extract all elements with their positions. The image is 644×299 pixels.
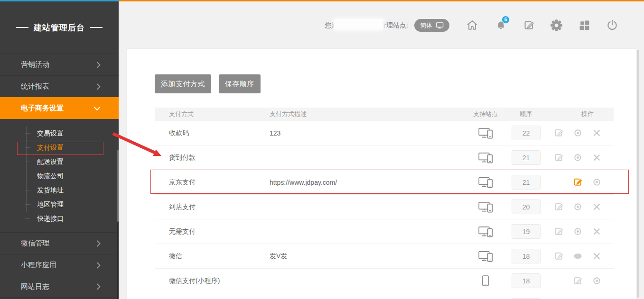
sidebar-scrollbar-thumb[interactable] — [117, 150, 119, 222]
sidebar: 建站管理后台 营销活动 统计报表 电子商务设置 交易设置 支付设置 配送设置 物… — [0, 1, 119, 299]
home-icon[interactable] — [466, 18, 479, 32]
view-icon[interactable] — [587, 276, 606, 286]
save-order-button[interactable]: 保存顺序 — [219, 74, 261, 93]
sidebar-item-marketing[interactable]: 营销活动 — [0, 54, 119, 75]
edit-icon[interactable] — [550, 227, 569, 236]
app-title: 建站管理后台 — [0, 1, 119, 54]
view-icon[interactable] — [569, 202, 588, 212]
payment-method-name: 京东支付 — [155, 178, 270, 187]
bell-icon[interactable]: 5 — [494, 18, 507, 32]
language-site-pill[interactable]: 简体 — [414, 19, 449, 32]
submenu-item-express-api[interactable]: 快递接口 — [0, 211, 119, 226]
edit-icon[interactable] — [550, 128, 569, 138]
language-pill-label: 简体 — [420, 21, 432, 30]
payment-method-name: 微信 — [155, 252, 270, 261]
payment-method-name: 无需支付 — [155, 227, 270, 236]
actions-cell — [550, 177, 614, 187]
header-description: 支付方式描述 — [270, 110, 459, 118]
order-input[interactable]: 18 — [512, 273, 541, 288]
table-row: 收款码123 22 — [155, 121, 614, 145]
sidebar-item-reports[interactable]: 统计报表 — [0, 75, 119, 97]
view-icon[interactable] — [569, 128, 588, 138]
order-input[interactable]: 20 — [512, 199, 541, 214]
sidebar-item-label: 小程序应用 — [21, 261, 56, 270]
edit-icon[interactable] — [550, 153, 569, 163]
desktop-mobile-icon — [478, 201, 493, 213]
supported-site-cell — [459, 250, 512, 263]
submenu-item-shipping-address[interactable]: 发货地址 — [0, 183, 119, 197]
chevron-right-icon — [96, 262, 101, 269]
order-input[interactable]: 18 — [512, 249, 541, 263]
manage-site-label: 管理站点: — [380, 21, 408, 30]
order-input[interactable]: 19 — [512, 224, 541, 239]
supported-site-cell — [459, 275, 512, 286]
delete-icon[interactable] — [587, 128, 606, 138]
apps-grid-icon[interactable] — [578, 18, 591, 32]
table-row: 微信发V发 18 — [155, 244, 614, 269]
delete-icon[interactable] — [587, 227, 606, 236]
title-dash-right — [90, 27, 103, 28]
view-off-icon[interactable] — [569, 251, 588, 261]
payment-method-desc: https://www.jdpay.com/ — [270, 179, 459, 186]
order-cell: 19 — [512, 224, 550, 239]
order-cell: 20 — [512, 199, 550, 214]
submenu-item-region-management[interactable]: 地区管理 — [0, 197, 119, 211]
desktop-mobile-icon — [478, 152, 493, 164]
order-cell: 21 — [512, 175, 550, 190]
gear-icon[interactable] — [550, 18, 563, 32]
add-payment-button[interactable]: 添加支付方式 — [155, 74, 211, 93]
supported-site-cell — [459, 127, 512, 139]
delete-icon[interactable] — [587, 202, 606, 212]
delete-icon[interactable] — [587, 251, 606, 261]
order-input[interactable]: 22 — [512, 126, 541, 140]
supported-site-cell — [459, 201, 512, 213]
power-icon[interactable] — [606, 18, 619, 32]
payment-method-desc: 发V发 — [270, 252, 459, 261]
submenu-item-payment-settings[interactable]: 支付设置 — [0, 140, 119, 154]
page-scrollbar-thumb[interactable] — [637, 50, 639, 298]
view-icon[interactable] — [569, 153, 588, 163]
payment-method-name: 微信支付(小程序) — [155, 277, 270, 285]
submenu-item-logistics-company[interactable]: 物流公司 — [0, 169, 119, 183]
view-icon[interactable] — [569, 227, 588, 236]
sidebar-item-miniprogram[interactable]: 小程序应用 — [0, 254, 119, 276]
sidebar-item-label: 电子商务设置 — [21, 104, 64, 113]
content-card: 添加支付方式 保存顺序 支付方式 支付方式描述 支持站点 顺序 操作 收款码12… — [127, 49, 636, 299]
monitor-icon — [436, 22, 444, 29]
sidebar-item-wechat[interactable]: 微信管理 — [0, 232, 119, 254]
sidebar-item-site-log[interactable]: 网站日志 — [0, 276, 119, 298]
order-input[interactable]: 21 — [512, 150, 541, 165]
sidebar-item-label: 营销活动 — [21, 60, 49, 69]
chevron-down-icon — [93, 106, 101, 110]
payment-method-name: 到店支付 — [155, 203, 270, 211]
table-row: 到店支付 20 — [155, 195, 614, 219]
redacted-username — [334, 19, 383, 29]
view-icon[interactable] — [587, 177, 606, 187]
order-input[interactable]: 21 — [512, 175, 541, 190]
top-strip-orange — [119, 0, 644, 1]
edit-icon-active[interactable] — [568, 177, 587, 187]
edit-icon[interactable] — [568, 276, 587, 286]
table-header-row: 支付方式 支付方式描述 支持站点 顺序 操作 — [155, 108, 614, 121]
delete-icon[interactable] — [587, 153, 606, 163]
submenu-item-delivery-settings[interactable]: 配送设置 — [0, 154, 119, 169]
table-row-partial — [155, 293, 614, 299]
compose-icon[interactable] — [522, 18, 535, 32]
edit-icon[interactable] — [550, 202, 569, 212]
header-order: 顺序 — [512, 110, 550, 118]
chevron-right-icon — [96, 283, 101, 290]
table-row: 无需支付 19 — [155, 219, 614, 244]
actions-cell — [550, 128, 614, 138]
edit-icon[interactable] — [550, 251, 569, 261]
supported-site-cell — [459, 176, 512, 189]
table-rows: 收款码123 22 货到付款 21 京东支付https://www.jdpay.… — [155, 121, 614, 299]
order-cell: 22 — [512, 126, 550, 140]
chevron-right-icon — [96, 83, 101, 90]
actions-cell — [550, 202, 614, 212]
desktop-mobile-icon — [478, 226, 493, 238]
submenu-item-trade-settings[interactable]: 交易设置 — [0, 126, 119, 140]
chevron-right-icon — [96, 240, 101, 247]
order-cell: 18 — [512, 273, 550, 288]
sidebar-item-ecommerce-settings[interactable]: 电子商务设置 — [0, 97, 119, 119]
payment-methods-table: 支付方式 支付方式描述 支持站点 顺序 操作 收款码123 22 货到付款 21… — [155, 108, 614, 299]
